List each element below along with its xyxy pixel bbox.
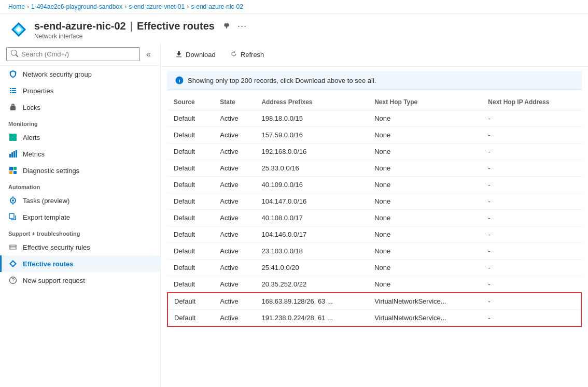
table-row: DefaultActive168.63.89.128/26, 63 ...Vir…	[167, 293, 581, 310]
svg-rect-4	[12, 88, 16, 89]
svg-rect-10	[9, 137, 13, 141]
section-support: Support + troubleshooting	[0, 225, 160, 239]
table-row: DefaultActive191.238.0.224/28, 61 ...Vir…	[167, 310, 581, 327]
download-icon	[175, 50, 183, 59]
support-icon: ?	[8, 276, 18, 285]
svg-rect-3	[10, 88, 11, 89]
table-row: DefaultActive23.103.0.0/18None-	[167, 243, 581, 260]
svg-rect-6	[12, 90, 16, 91]
table-row: DefaultActive25.41.0.0/20None-	[167, 260, 581, 276]
table-row: DefaultActive198.18.0.0/15None-	[167, 110, 581, 127]
svg-rect-14	[11, 152, 13, 157]
sidebar-item-label: Export template	[23, 213, 70, 221]
svg-text:?: ?	[12, 278, 15, 283]
properties-icon	[8, 86, 18, 95]
col-prefix: Address Prefixes	[255, 94, 368, 110]
collapse-sidebar-button[interactable]: «	[143, 49, 154, 60]
table-row: DefaultActive192.168.0.0/16None-	[167, 144, 581, 160]
sidebar-item-label: Alerts	[23, 134, 40, 141]
sidebar-item-properties[interactable]: Properties	[0, 82, 160, 99]
routes-icon	[8, 259, 18, 268]
sidebar-item-effective-security-rules[interactable]: Effective security rules	[0, 239, 160, 255]
sidebar-item-label: Effective security rules	[23, 243, 90, 251]
refresh-icon	[230, 50, 237, 59]
resource-icon	[8, 19, 29, 40]
table-row: DefaultActive40.108.0.0/17None-	[167, 210, 581, 226]
content-area: Download Refresh i Showing only top 200 …	[161, 43, 588, 387]
sidebar-item-effective-routes[interactable]: Effective routes	[0, 255, 160, 272]
svg-rect-18	[13, 167, 17, 170]
alerts-icon	[8, 133, 18, 142]
sidebar-item-label: Metrics	[23, 150, 45, 158]
sidebar-item-label: Locks	[23, 104, 40, 111]
svg-point-23	[12, 199, 14, 202]
sidebar-item-diagnostic-settings[interactable]: Diagnostic settings	[0, 162, 160, 179]
search-input[interactable]	[21, 50, 135, 58]
routes-table-container: Source State Address Prefixes Next Hop T…	[161, 94, 588, 387]
sidebar: « Network security group Properties Lock…	[0, 43, 161, 387]
table-row: DefaultActive104.146.0.0/17None-	[167, 226, 581, 243]
metrics-icon	[8, 149, 18, 159]
sidebar-item-new-support-request[interactable]: ? New support request	[0, 272, 160, 289]
col-source: Source	[167, 94, 214, 110]
export-icon	[8, 212, 18, 222]
breadcrumb-home[interactable]: Home	[8, 3, 25, 10]
shield-icon	[8, 69, 18, 79]
svg-rect-9	[9, 134, 13, 137]
table-row: DefaultActive40.109.0.0/16None-	[167, 177, 581, 193]
breadcrumb-subscription[interactable]: 1-494ae2c6-playground-sandbox	[31, 3, 122, 10]
table-row: DefaultActive20.35.252.0/22None-	[167, 276, 581, 293]
security-rules-icon	[8, 242, 18, 252]
sidebar-item-label: Tasks (preview)	[23, 197, 69, 205]
table-header-row: Source State Address Prefixes Next Hop T…	[167, 94, 581, 110]
breadcrumb-vnet[interactable]: s-end-azure-vnet-01	[129, 3, 185, 10]
resource-name: s-end-azure-nic-02	[34, 20, 126, 32]
resource-type: Network interface	[34, 33, 249, 40]
page-header: s-end-azure-nic-02 | Effective routes ··…	[0, 14, 588, 43]
breadcrumb-nic[interactable]: s-end-azure-nic-02	[191, 3, 243, 10]
section-monitoring: Monitoring	[0, 116, 160, 129]
svg-text:i: i	[179, 78, 180, 83]
breadcrumb: Home › 1-494ae2c6-playground-sandbox › s…	[0, 0, 588, 14]
sidebar-item-tasks-preview[interactable]: Tasks (preview)	[0, 192, 160, 209]
info-banner: i Showing only top 200 records, click Do…	[167, 71, 582, 90]
toolbar: Download Refresh	[161, 43, 588, 67]
table-row: DefaultActive104.147.0.0/16None-	[167, 193, 581, 210]
search-box-container[interactable]	[6, 47, 140, 61]
sidebar-item-label: Diagnostic settings	[23, 167, 79, 175]
main-layout: « Network security group Properties Lock…	[0, 43, 588, 387]
sidebar-item-export-template[interactable]: Export template	[0, 209, 160, 225]
sidebar-item-label: Effective routes	[23, 260, 74, 268]
routes-table: Source State Address Prefixes Next Hop T…	[167, 94, 582, 327]
table-row: DefaultActive157.59.0.0/16None-	[167, 127, 581, 144]
sidebar-item-alerts[interactable]: Alerts	[0, 129, 160, 146]
sidebar-search-area: «	[0, 43, 160, 66]
page-title-area: s-end-azure-nic-02 | Effective routes ··…	[34, 20, 249, 40]
diagnostic-icon	[8, 166, 18, 175]
refresh-button[interactable]: Refresh	[224, 47, 271, 62]
download-button[interactable]: Download	[169, 47, 222, 62]
search-icon	[11, 50, 18, 59]
table-row: DefaultActive25.33.0.0/16None-	[167, 160, 581, 177]
svg-rect-5	[10, 90, 11, 91]
banner-text: Showing only top 200 records, click Down…	[188, 77, 376, 84]
svg-rect-26	[9, 213, 14, 219]
sidebar-item-label: Properties	[23, 87, 53, 95]
pin-button[interactable]	[221, 21, 232, 31]
sidebar-item-label: New support request	[23, 277, 85, 284]
sidebar-item-network-security-group[interactable]: Network security group	[0, 66, 160, 82]
svg-rect-17	[9, 167, 13, 170]
svg-rect-11	[13, 134, 17, 137]
svg-rect-15	[13, 151, 15, 157]
sidebar-item-metrics[interactable]: Metrics	[0, 146, 160, 162]
svg-rect-19	[9, 171, 12, 174]
tasks-icon	[8, 196, 18, 205]
svg-rect-13	[9, 154, 11, 157]
svg-rect-16	[16, 150, 17, 157]
sidebar-item-label: Network security group	[23, 70, 92, 78]
col-hop-ip: Next Hop IP Address	[482, 94, 581, 110]
sidebar-item-locks[interactable]: Locks	[0, 99, 160, 116]
lock-icon	[8, 103, 18, 112]
more-options-button[interactable]: ···	[235, 20, 249, 33]
info-icon: i	[175, 76, 184, 84]
